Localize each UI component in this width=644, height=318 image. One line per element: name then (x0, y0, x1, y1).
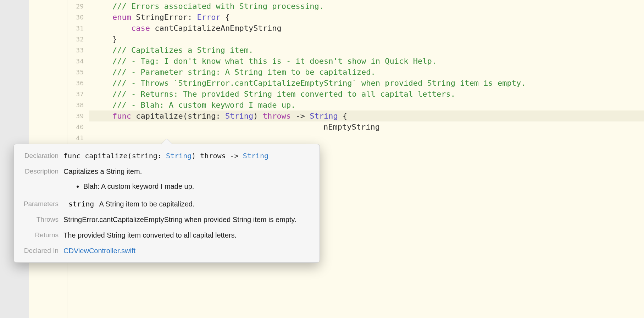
throws-code: StringError.cantCapitalizeEmptyString (63, 216, 183, 223)
popover-throws: StringError.cantCapitalizeEmptyString wh… (63, 215, 310, 224)
popover-row-throws: Throws StringError.cantCapitalizeEmptySt… (22, 215, 310, 224)
popover-label: Declared In (22, 246, 63, 255)
description-text: Capitalizes a String item. (63, 167, 142, 175)
popover-label: Returns (22, 231, 63, 239)
code-line[interactable]: enum StringError: Error { (89, 12, 644, 23)
popover-label: Description (22, 167, 63, 175)
comment-token: /// - Tag: I don't know what this is - i… (112, 57, 437, 66)
line-number[interactable]: 33 (67, 45, 89, 56)
popover-returns: The provided String item converted to al… (63, 231, 310, 240)
comment-token: /// - Returns: The provided String item … (112, 90, 455, 98)
code-line[interactable]: case cantCapitalizeAnEmptyString (89, 23, 644, 34)
comment-token: /// - Throws `StringError.cantCapitalize… (112, 79, 526, 87)
code-line[interactable]: /// Capitalizes a String item. (89, 45, 644, 56)
popover-row-declaration: Declaration func capitalize(string: Stri… (22, 151, 310, 160)
code-line-current[interactable]: func capitalize(string: String) throws -… (89, 110, 644, 121)
comment-token: /// - Blah: A custom keyword I made up. (112, 101, 296, 109)
line-number[interactable]: 40 (67, 121, 89, 132)
throws-text: when provided String item is empty. (183, 216, 296, 223)
popover-label: Throws (22, 215, 63, 223)
keyword-token: case (131, 24, 150, 33)
code-line[interactable]: nEmptyString (89, 121, 644, 132)
code-line[interactable]: /// Errors associated with String proces… (89, 1, 644, 12)
line-number[interactable]: 30 (67, 12, 89, 23)
line-number[interactable]: 34 (67, 56, 89, 67)
code-line[interactable]: /// - Throws `StringError.cantCapitalize… (89, 78, 644, 89)
code-line[interactable]: /// - Blah: A custom keyword I made up. (89, 100, 644, 110)
line-number[interactable]: 31 (67, 23, 89, 34)
description-bullet: Blah: A custom keyword I made up. (83, 182, 310, 191)
keyword-token: func (112, 112, 131, 120)
popover-description: Capitalizes a String item. Blah: A custo… (63, 167, 310, 193)
declared-in-link[interactable]: CDViewController.swift (63, 247, 135, 255)
line-number[interactable]: 35 (67, 67, 89, 78)
comment-token: /// Capitalizes a String item. (112, 46, 253, 55)
comment-token: /// - Parameter string: A String item to… (112, 68, 376, 76)
popover-declared-in: CDViewController.swift (63, 246, 310, 255)
type-token: String (310, 112, 338, 120)
line-number[interactable]: 32 (67, 34, 89, 45)
parameter-description: A String item to be capitalized. (99, 200, 194, 208)
parameter-name: string (63, 199, 98, 209)
popover-label: Declaration (22, 151, 63, 160)
code-line[interactable]: } (89, 34, 644, 45)
type-token: Error (197, 13, 220, 22)
line-number[interactable]: 37 (67, 89, 89, 100)
popover-row-parameters: Parameters string A String item to be ca… (22, 199, 310, 209)
popover-declaration: func capitalize(string: String) throws -… (63, 151, 310, 160)
code-line[interactable]: /// - Parameter string: A String item to… (89, 67, 644, 78)
type-link[interactable]: String (166, 152, 191, 160)
keyword-token: enum (112, 13, 131, 22)
code-line[interactable]: /// - Tag: I don't know what this is - i… (89, 56, 644, 67)
code-line[interactable]: /// - Returns: The provided String item … (89, 89, 644, 100)
line-number[interactable]: 38 (67, 100, 89, 110)
popover-row-returns: Returns The provided String item convert… (22, 231, 310, 240)
popover-row-declared-in: Declared In CDViewController.swift (22, 246, 310, 255)
popover-label: Parameters (22, 199, 63, 208)
quick-help-popover: Declaration func capitalize(string: Stri… (13, 144, 320, 263)
type-link[interactable]: String (243, 152, 268, 160)
line-number[interactable]: 39 (67, 110, 89, 121)
comment-token: /// Errors associated with String proces… (112, 2, 324, 11)
type-token: String (225, 112, 253, 120)
popover-row-description: Description Capitalizes a String item. B… (22, 167, 310, 193)
popover-parameters: string A String item to be capitalized. (63, 199, 310, 209)
line-number[interactable]: 41 (67, 132, 89, 143)
line-number[interactable]: 36 (67, 78, 89, 89)
line-number[interactable]: 29 (67, 1, 89, 12)
keyword-token: throws (263, 112, 291, 120)
